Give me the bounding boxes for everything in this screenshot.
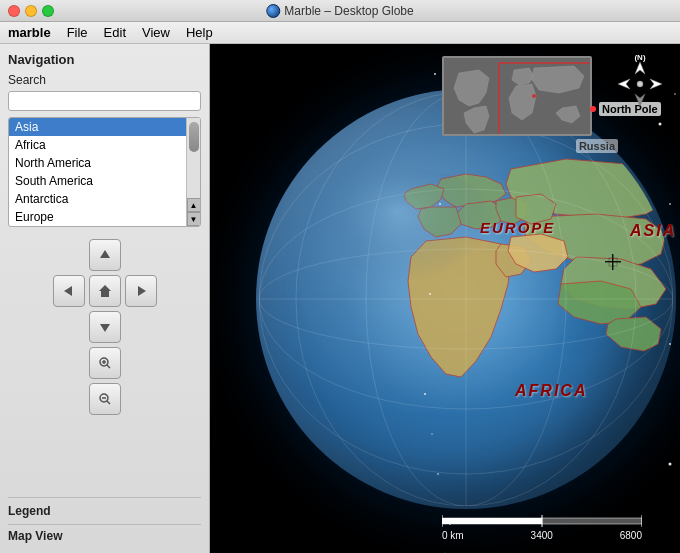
svg-rect-34 (542, 518, 642, 524)
nav-buttons (8, 239, 201, 415)
menu-app[interactable]: marble (8, 25, 51, 40)
nav-down-button[interactable] (89, 311, 121, 343)
list-item-north-america[interactable]: North America (9, 154, 186, 172)
menu-view[interactable]: View (142, 25, 170, 40)
svg-point-31 (637, 81, 643, 87)
north-pole-dot (590, 106, 596, 112)
russia-label: Russia (576, 139, 618, 153)
scale-label-0: 0 km (442, 530, 464, 541)
map-view-section: Map View (8, 524, 201, 545)
menu-file[interactable]: File (67, 25, 88, 40)
location-list-container: Asia Africa North America South America … (8, 117, 201, 227)
map-view-title: Map View (8, 529, 201, 543)
sidebar-bottom: Legend (8, 497, 201, 520)
navigation-title: Navigation (8, 52, 201, 67)
svg-line-8 (107, 365, 110, 368)
scroll-up-btn[interactable]: ▲ (187, 198, 201, 212)
svg-marker-2 (99, 285, 111, 297)
title-bar: Marble – Desktop Globe (0, 0, 680, 22)
nav-row-middle (53, 275, 157, 307)
nav-row-zoom-in (89, 347, 121, 379)
svg-marker-3 (138, 286, 146, 296)
svg-marker-30 (618, 79, 630, 89)
menu-help[interactable]: Help (186, 25, 213, 40)
zoom-out-button[interactable] (89, 383, 121, 415)
maximize-button[interactable] (42, 5, 54, 17)
scale-label-2: 6800 (620, 530, 642, 541)
nav-row-up (89, 239, 121, 271)
svg-marker-0 (100, 250, 110, 258)
svg-marker-29 (650, 79, 662, 89)
window-title: Marble – Desktop Globe (266, 4, 413, 18)
svg-line-11 (107, 401, 110, 404)
close-button[interactable] (8, 5, 20, 17)
list-item-africa[interactable]: Africa (9, 136, 186, 154)
svg-text:(N): (N) (634, 54, 645, 62)
mini-map[interactable] (442, 56, 592, 136)
list-item-europe[interactable]: Europe (9, 208, 186, 226)
main-layout: Navigation Search Asia Africa North Amer… (0, 44, 680, 553)
nav-right-button[interactable] (125, 275, 157, 307)
map-area[interactable]: EUROPE ASIA AFRICA (210, 44, 680, 553)
list-item-antarctica[interactable]: Antarctica (9, 190, 186, 208)
nav-home-button[interactable] (89, 275, 121, 307)
nav-left-button[interactable] (53, 275, 85, 307)
nav-row-zoom-out (89, 383, 121, 415)
search-label: Search (8, 73, 201, 87)
svg-rect-33 (442, 518, 542, 524)
traffic-lights[interactable] (8, 5, 54, 17)
legend-title: Legend (8, 504, 201, 518)
zoom-in-button[interactable] (89, 347, 121, 379)
nav-row-down (89, 311, 121, 343)
svg-marker-27 (635, 62, 645, 74)
sidebar: Navigation Search Asia Africa North Amer… (0, 44, 210, 553)
scroll-down-btn[interactable]: ▼ (187, 212, 201, 226)
menu-edit[interactable]: Edit (104, 25, 126, 40)
app-icon (266, 4, 280, 18)
svg-marker-28 (635, 94, 645, 106)
nav-up-button[interactable] (89, 239, 121, 271)
svg-marker-1 (64, 286, 72, 296)
scale-label-1: 3400 (531, 530, 553, 541)
scale-bar: 0 km 3400 6800 (442, 510, 642, 541)
list-scrollbar[interactable]: ▲ ▼ (186, 118, 200, 226)
compass-rose: (N) (610, 54, 670, 114)
svg-point-20 (336, 169, 496, 289)
list-item-south-america[interactable]: South America (9, 172, 186, 190)
minimize-button[interactable] (25, 5, 37, 17)
search-input[interactable] (8, 91, 201, 111)
scroll-thumb[interactable] (189, 122, 199, 152)
svg-point-26 (532, 94, 536, 98)
location-list[interactable]: Asia Africa North America South America … (9, 118, 186, 226)
menu-bar: marble File Edit View Help (0, 22, 680, 44)
svg-marker-4 (100, 324, 110, 332)
list-item-asia[interactable]: Asia (9, 118, 186, 136)
